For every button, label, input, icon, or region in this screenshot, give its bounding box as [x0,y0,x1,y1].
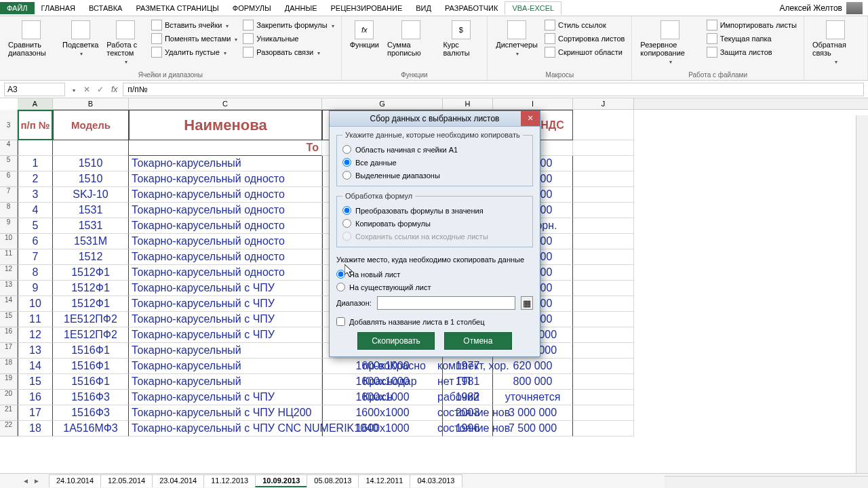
col-header[interactable]: I [493,98,573,109]
sheet-tab[interactable]: 24.10.2014 [49,474,101,487]
sheet-tab[interactable]: 23.04.2014 [152,474,204,487]
cell[interactable]: п/п № [18,110,53,140]
highlight[interactable]: Подсветка [58,18,102,79]
cancel-button[interactable]: Отмена [444,332,512,350]
cell[interactable]: 14 [18,359,53,374]
text-tools[interactable]: Работа с текстом [102,18,149,79]
cell[interactable] [573,187,634,203]
cell[interactable] [573,296,634,312]
cell[interactable]: 1516Ф3 [53,405,129,421]
cell[interactable]: 4 [18,203,53,218]
tab-вставка[interactable]: ВСТАВКА [82,2,129,14]
cell[interactable]: Токарно-карусельный с ЧПУ НЦ200состояние… [129,405,322,421]
cell[interactable]: 1600x1000 [322,405,443,421]
cell[interactable]: 17 [18,405,53,421]
row-header[interactable]: 9 [0,218,18,234]
compare-ranges[interactable]: Сравнить диапазоны [4,18,58,79]
tab-vba-excel[interactable]: VBA-Excel [505,1,561,15]
user-account[interactable]: Алексей Желтов [774,2,868,14]
import-sheets[interactable]: Импортировать листы [704,19,800,31]
cell[interactable] [53,140,129,156]
row-header[interactable]: 11 [0,249,18,265]
tab-рецензирование[interactable]: РЕЦЕНЗИРОВАНИЕ [323,2,409,14]
cell[interactable]: 1516Ф1 [53,374,129,390]
sheet-tab[interactable]: 10.09.2013 [255,474,307,487]
cell[interactable]: То [129,140,322,156]
row-header[interactable]: 20 [0,390,18,405]
cell[interactable] [573,171,634,187]
opt-selected-ranges[interactable]: Выделенные диапазоны [342,169,527,182]
formula-input[interactable] [123,83,864,96]
sheet-tab[interactable]: 04.03.2013 [410,474,462,487]
sum-words[interactable]: Сумма прописью [383,18,439,79]
chk-add-sheetname[interactable]: Добавлять название листа в 1 столбец [336,315,533,328]
protect-sheets[interactable]: Защита листов [704,46,800,58]
row-header[interactable]: 6 [0,171,18,187]
tab-данные[interactable]: ДАННЫЕ [278,2,324,14]
freeze-formulas[interactable]: Закрепить формулы [240,19,336,31]
cell[interactable]: 1531 [53,218,129,234]
current-folder[interactable]: Текущая папка [704,33,800,45]
range-picker-icon[interactable]: ▦ [521,296,533,310]
cell[interactable]: Токарно-карусельный односто [129,249,322,265]
cell[interactable]: Токарно-карусельный с ЧПУ [129,327,322,343]
cell[interactable]: 1Е512ПФ2 [53,327,129,343]
cell[interactable] [573,249,634,265]
cell[interactable] [573,234,634,249]
cell[interactable] [573,421,634,436]
delete-empty[interactable]: Удалить пустые [149,46,240,58]
cell[interactable]: 6 [18,234,53,249]
cell[interactable]: Токарно-карусельный односто [129,203,322,218]
row-header[interactable]: 10 [0,234,18,249]
cell[interactable]: Токарно-карусельный с ЧПУ [129,281,322,296]
sheet-tab[interactable]: 05.08.2013 [307,474,359,487]
cell[interactable]: 1531 [53,203,129,218]
cell[interactable]: 1516Ф3 [53,390,129,405]
cell[interactable] [573,359,634,374]
cell[interactable] [573,405,634,421]
cell[interactable] [573,218,634,234]
cell[interactable] [573,390,634,405]
col-header[interactable]: G [322,98,443,109]
vertical-scrollbar[interactable] [856,115,868,473]
cell[interactable] [573,156,634,171]
cell[interactable]: 1А516МФ3 [53,421,129,436]
cell[interactable]: 11 [18,312,53,327]
cell[interactable]: 7 [18,249,53,265]
cell[interactable] [573,374,634,390]
cell[interactable]: Токарно-карусельныйКраснодарнет ГП [129,374,322,390]
fx-label[interactable]: fx [108,85,120,94]
cell[interactable]: 1512Ф1 [53,281,129,296]
cell[interactable] [573,140,634,156]
row-header[interactable]: 4 [0,140,18,156]
cell[interactable]: Токарно-карусельный односто [129,187,322,203]
cell[interactable]: 1510 [53,171,129,187]
col-header[interactable]: J [573,98,634,109]
row-header[interactable]: 13 [0,281,18,296]
cell[interactable]: 13 [18,343,53,359]
cell[interactable]: 1512Ф1 [53,296,129,312]
sheet-tab[interactable]: 14.12.2011 [358,474,410,487]
opt-existing-sheet[interactable]: На существующий лист [336,281,533,293]
col-header[interactable]: C [129,98,322,109]
opt-all-data[interactable]: Все данные [342,156,527,169]
sheet-tab[interactable]: 12.05.2014 [100,474,153,487]
cell[interactable]: Модель [53,110,129,140]
link-style[interactable]: Стиль ссылок [542,19,627,31]
cell[interactable]: Токарно-карусельный односто [129,218,322,234]
cell[interactable]: Токарно-карусельный односто [129,265,322,281]
accept-formula[interactable]: ✓ [95,85,106,94]
dispatchers[interactable]: Диспетчеры [492,18,542,79]
cell[interactable]: 8 [18,265,53,281]
row-header[interactable]: 7 [0,187,18,203]
cell[interactable]: 5 [18,218,53,234]
cell[interactable] [573,327,634,343]
unique[interactable]: Уникальные [240,33,336,45]
swap-places[interactable]: Поменять местами [149,33,240,45]
cell[interactable] [573,265,634,281]
cell[interactable]: 1516Ф1 [53,359,129,374]
functions[interactable]: fxФункции [346,18,383,79]
cell[interactable]: 1Е512ПФ2 [53,312,129,327]
namebox-dropdown[interactable] [68,85,79,94]
cell[interactable]: Токарно-карусельный с ЧПУ CNC NUMERIK104… [129,421,322,436]
